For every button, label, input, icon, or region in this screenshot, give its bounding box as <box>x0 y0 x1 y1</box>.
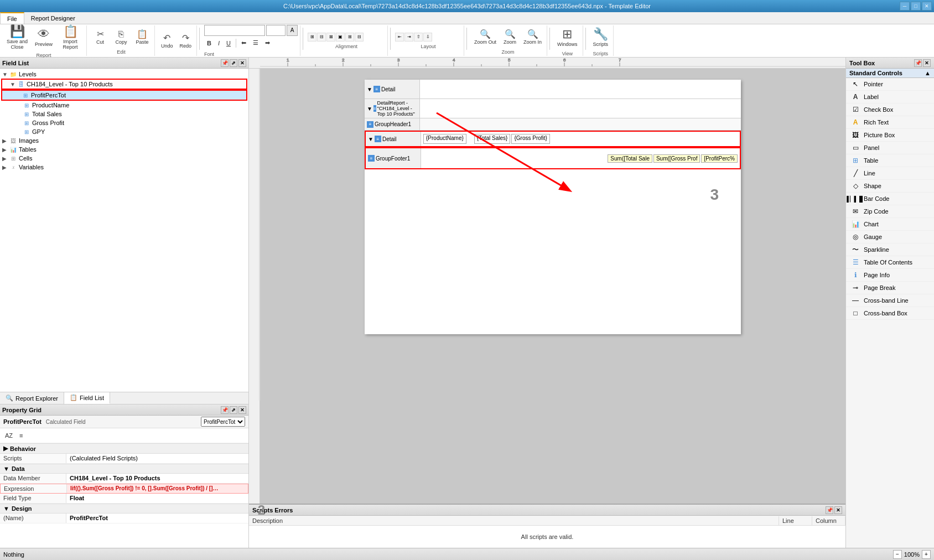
menu-report-designer[interactable]: Report Designer <box>24 12 82 24</box>
scripts-errors-pin[interactable]: 📌 <box>826 506 833 514</box>
canvas-content[interactable]: ▼ ≡ Detail ▼ ≡ DetailReport - "CH18 <box>260 69 845 504</box>
prop-category-sort[interactable]: ≡ <box>17 429 25 442</box>
layout-ctrl-1[interactable]: ⇤ <box>395 33 404 42</box>
layout-ctrl-3[interactable]: ⇧ <box>414 33 423 42</box>
toolbox-pageinfo[interactable]: ℹ Page Info <box>846 269 934 282</box>
menu-file[interactable]: File <box>0 12 24 24</box>
detail-content[interactable] <box>420 80 741 99</box>
minimize-button[interactable]: ─ <box>900 2 910 11</box>
zoom-plus-btn[interactable]: + <box>922 550 931 559</box>
prop-fieldtype-value[interactable]: Float <box>66 494 248 503</box>
align-center-button[interactable]: ☰ <box>250 37 261 49</box>
field-list-close[interactable]: ✕ <box>238 59 246 67</box>
layout-btn-2[interactable]: ⊟ <box>317 33 326 42</box>
tree-item-gpy[interactable]: ⊞ GPY <box>1 127 247 136</box>
tree-item-levels[interactable]: ▼ 📁 Levels <box>1 70 247 79</box>
zoom-in-button[interactable]: 🔍 Zoom In <box>521 27 544 47</box>
toolbox-crossbandline[interactable]: ― Cross-band Line <box>846 294 934 307</box>
tree-item-profitperctot[interactable]: ⊞ ProfitPercTot <box>1 90 247 101</box>
prop-grid-pin[interactable]: 📌 <box>221 406 229 414</box>
toolbox-section-standard[interactable]: Standard Controls ▲ <box>846 69 934 78</box>
align-right-button[interactable]: ➡ <box>262 37 273 49</box>
toolbox-shape[interactable]: ◇ Shape <box>846 180 934 193</box>
prop-expression-value[interactable]: Iif(().Sum([Gross Profit]) != 0, [].Sum(… <box>67 484 222 493</box>
align-left-button[interactable]: ⬅ <box>238 37 249 49</box>
toolbox-sparkline[interactable]: 〜 Sparkline <box>846 243 934 256</box>
behavior-section[interactable]: ▶ Behavior <box>0 443 248 454</box>
detail-report-content[interactable] <box>420 99 741 118</box>
preview-button[interactable]: 👁 Preview <box>32 24 55 50</box>
toolbox-panel[interactable]: ▭ Panel <box>846 142 934 154</box>
design-section[interactable]: ▼ Design <box>0 504 248 514</box>
font-color-btn[interactable]: A <box>287 25 298 36</box>
toolbox-label[interactable]: A Label <box>846 91 934 103</box>
tree-item-totalsales[interactable]: ⊞ Total Sales <box>1 110 247 118</box>
toolbox-picturebox[interactable]: 🖼 Picture Box <box>846 129 934 142</box>
groupheader-content[interactable] <box>420 118 741 131</box>
paste-button[interactable]: 📋 Paste <box>132 27 152 47</box>
toolbox-crossbandbox[interactable]: □ Cross-band Box <box>846 307 934 320</box>
sum-profitperc[interactable]: [ProfitPerc% <box>701 154 738 163</box>
field-grossprofit[interactable]: {Gross Profit} <box>511 134 549 144</box>
canvas-area[interactable]: ▼ ≡ Detail ▼ ≡ DetailReport - "CH18 <box>249 69 845 504</box>
tab-report-explorer[interactable]: 🔍 Report Explorer <box>0 392 64 404</box>
toolbox-richtext[interactable]: A Rich Text <box>846 116 934 129</box>
prop-datamember-value[interactable]: CH184_Level - Top 10 Products <box>66 474 248 483</box>
tree-item-productname[interactable]: ⊞ ProductName <box>1 101 247 110</box>
tree-item-tables[interactable]: ▶ 📊 Tables <box>1 145 247 154</box>
tree-item-cells[interactable]: ▶ ⊞ Cells <box>1 154 247 163</box>
font-family-input[interactable] <box>204 25 265 36</box>
layout-btn-5[interactable]: ⊞ <box>345 33 354 42</box>
toolbox-tableofcontents[interactable]: ☰ Table Of Contents <box>846 256 934 269</box>
inner-detail-arrow[interactable]: ▼ <box>368 136 373 142</box>
data-section[interactable]: ▼ Data <box>0 464 248 474</box>
detail-arrow[interactable]: ▼ <box>367 86 372 92</box>
tree-item-variables[interactable]: ▶ 𝑥 Variables <box>1 163 247 172</box>
tree-item-grossprofit[interactable]: ⊞ Gross Profit <box>1 118 247 127</box>
layout-btn-1[interactable]: ⊞ <box>308 33 316 42</box>
toolbox-pagebreak[interactable]: ⊸ Page Break <box>846 282 934 294</box>
scripts-errors-close[interactable]: ✕ <box>834 506 842 514</box>
toolbox-checkbox[interactable]: ☑ Check Box <box>846 103 934 116</box>
italic-button[interactable]: I <box>215 37 222 49</box>
toolbox-zipcode[interactable]: ✉ Zip Code <box>846 205 934 218</box>
windows-button[interactable]: ⊞ Windows <box>554 25 580 49</box>
cut-button[interactable]: ✂ Cut <box>90 27 110 47</box>
close-button[interactable]: ✕ <box>922 2 932 11</box>
detail-report-arrow[interactable]: ▼ <box>367 106 372 112</box>
prop-scripts-value[interactable]: (Calculated Field Scripts) <box>66 454 248 463</box>
prop-grid-float[interactable]: ⇗ <box>230 406 237 414</box>
font-size-input[interactable] <box>266 25 286 36</box>
field-totalsales[interactable]: {Total Sales} <box>474 134 511 144</box>
zoom-button[interactable]: 🔍 Zoom <box>500 27 520 47</box>
prop-name-value[interactable]: ProfitPercTot <box>66 514 248 523</box>
layout-ctrl-2[interactable]: ⇥ <box>404 33 413 42</box>
field-productname[interactable]: {ProductName} <box>423 134 466 144</box>
zoom-minus-btn[interactable]: − <box>893 550 902 559</box>
bold-button[interactable]: B <box>204 37 214 49</box>
toolbox-chart[interactable]: 📊 Chart <box>846 218 934 231</box>
prop-grid-close[interactable]: ✕ <box>238 406 246 414</box>
tree-item-ch184[interactable]: ▼ 🗄 CH184_Level - Top 10 Products <box>1 79 247 90</box>
toolbox-line[interactable]: ╱ Line <box>846 167 934 180</box>
layout-btn-6[interactable]: ⊟ <box>355 33 364 42</box>
property-grid-dropdown[interactable]: ProfitPercTot <box>201 417 245 427</box>
toolbox-close[interactable]: ✕ <box>923 59 931 67</box>
underline-button[interactable]: U <box>224 37 234 49</box>
field-list-float[interactable]: ⇗ <box>230 59 237 67</box>
sum-totalsales[interactable]: Sum([Total Sale <box>608 154 652 163</box>
canvas-page[interactable]: ▼ ≡ Detail ▼ ≡ DetailReport - "CH18 <box>365 80 741 334</box>
toolbox-table[interactable]: ⊞ Table <box>846 154 934 167</box>
copy-button[interactable]: ⎘ Copy <box>111 27 131 47</box>
undo-button[interactable]: ↶ Undo <box>158 31 176 51</box>
restore-button[interactable]: □ <box>911 2 921 11</box>
tab-field-list[interactable]: 📋 Field List <box>64 392 110 404</box>
zoom-out-button[interactable]: 🔍 Zoom Out <box>471 27 499 47</box>
layout-btn-3[interactable]: ⊠ <box>326 33 335 42</box>
layout-btn-4[interactable]: ▣ <box>336 33 345 42</box>
groupfooter-content[interactable]: Sum([Total Sale Sum([Gross Prof [ProfitP… <box>421 148 740 168</box>
toolbox-gauge[interactable]: ◎ Gauge <box>846 231 934 243</box>
field-list-pin[interactable]: 📌 <box>221 59 229 67</box>
scripts-button[interactable]: 🔧 Scripts <box>590 25 611 49</box>
prop-alpha-sort[interactable]: AZ <box>2 429 15 442</box>
